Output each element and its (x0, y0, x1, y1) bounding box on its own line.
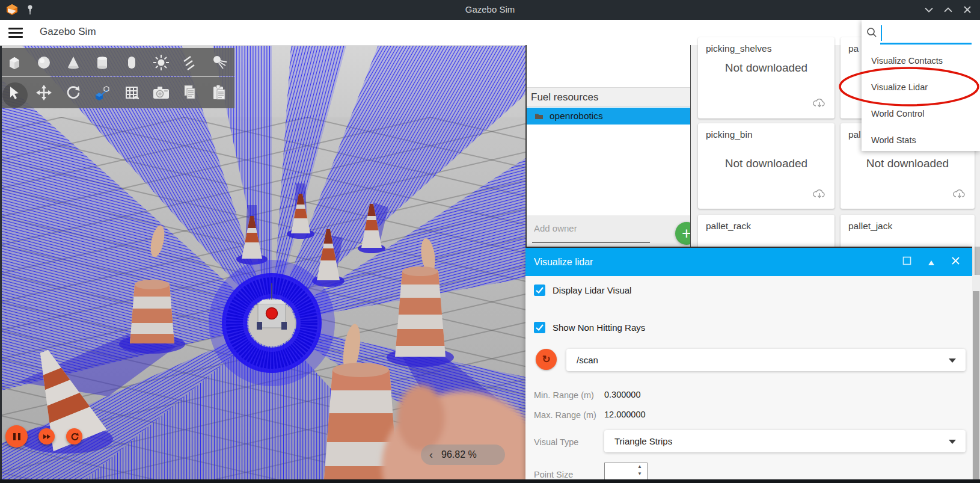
box-icon[interactable] (0, 49, 29, 76)
step-button[interactable] (38, 428, 55, 445)
visual-type-combobox[interactable]: Triangle Strips (604, 430, 966, 452)
visual-type-label: Visual Type (534, 437, 578, 447)
hamburger-menu-icon[interactable] (8, 28, 23, 38)
text-cursor (881, 25, 882, 41)
cloud-download-icon[interactable] (813, 188, 826, 201)
collapse-icon[interactable] (928, 257, 934, 268)
visualize-lidar-dialog: Visualize lidar Display Lidar Visual (525, 247, 972, 481)
display-lidar-visual-checkbox[interactable] (534, 285, 545, 296)
paste-icon[interactable] (205, 79, 234, 106)
cylinder-icon[interactable] (88, 49, 117, 76)
window-titlebar[interactable]: Gazebo Sim (0, 0, 980, 20)
dialog-scrollbar-thumb[interactable] (973, 291, 979, 479)
topic-value: /scan (577, 355, 598, 365)
point-size-label: Point Size (534, 470, 573, 479)
shape-toolbar (0, 48, 234, 76)
screenshot-camera-icon[interactable] (146, 79, 176, 106)
dialog-title: Visualize lidar (534, 257, 593, 268)
search-icon (866, 27, 877, 38)
rtf-panel[interactable]: ‹ 96.82 % (421, 445, 505, 465)
show-non-hitting-rays-checkbox[interactable] (534, 322, 545, 333)
model-card[interactable]: picking_bin Not downloaded (698, 123, 835, 209)
fuel-owner-label: openrobotics (550, 111, 603, 122)
capsule-icon[interactable] (117, 49, 147, 76)
visual-type-value: Triangle Strips (614, 436, 672, 446)
model-card-title: picking_shelves (706, 43, 771, 54)
maximize-icon[interactable] (942, 2, 955, 17)
robot (257, 300, 287, 330)
menu-item-world-stats[interactable]: World Stats (862, 127, 980, 153)
menu-item-visualize-contacts[interactable]: Visualize Contacts (862, 48, 980, 74)
sphere-icon[interactable] (29, 49, 59, 76)
fuel-resources-header: Fuel resources (527, 87, 691, 107)
fuel-owner-openrobotics[interactable]: openrobotics (527, 108, 691, 125)
model-card-status: Not downloaded (841, 155, 975, 172)
fuel-resources-panel: Fuel resources openrobotics + (525, 45, 691, 247)
window-bottom-edge (0, 479, 980, 483)
chevron-down-icon (949, 440, 956, 444)
3d-viewport[interactable]: ‹ 96.82 % (0, 45, 525, 479)
spot-light-icon[interactable] (205, 49, 234, 76)
add-owner-input[interactable] (533, 223, 643, 234)
add-owner-bar: + (527, 215, 691, 247)
cone-icon[interactable] (58, 49, 88, 76)
grid-icon[interactable] (117, 79, 147, 106)
close-dialog-icon[interactable] (951, 256, 960, 268)
add-owner-underline (532, 242, 650, 243)
spinner-down-icon[interactable]: ▼ (637, 472, 642, 476)
cloud-download-icon[interactable] (953, 188, 966, 201)
copy-icon[interactable] (176, 79, 205, 106)
rotate-icon[interactable] (58, 79, 88, 106)
menu-item-visualize-lidar[interactable]: Visualize Lidar (862, 74, 980, 100)
max-range-label: Max. Range (m) (534, 410, 596, 420)
pause-button[interactable] (5, 425, 28, 448)
model-card-title: pa (848, 43, 859, 54)
max-range-value: 12.000000 (604, 410, 646, 419)
model-card-title: pallet_rack (706, 221, 751, 232)
folder-icon (534, 112, 544, 120)
display-lidar-visual-row[interactable]: Display Lidar Visual (534, 285, 631, 296)
topic-combobox[interactable]: /scan (566, 349, 966, 371)
plugin-search-row (862, 20, 980, 45)
point-light-icon[interactable] (146, 49, 176, 76)
plugin-search-input[interactable] (880, 25, 974, 35)
model-card-title: picking_bin (706, 129, 753, 140)
snap-icon[interactable] (88, 79, 117, 106)
show-non-hitting-rays-label: Show Non Hitting Rays (553, 322, 645, 333)
expand-stats-chevron-icon[interactable]: ‹ (429, 449, 433, 461)
lidar-scene (0, 45, 525, 479)
float-window-icon[interactable] (902, 256, 911, 268)
plugin-menu-popup: Visualize Contacts Visualize Lidar World… (862, 20, 980, 151)
chevron-down-icon (949, 358, 956, 363)
menu-item-world-control[interactable]: World Control (862, 100, 980, 127)
dialog-titlebar[interactable]: Visualize lidar (525, 248, 972, 276)
model-card[interactable]: picking_shelves Not downloaded (698, 37, 835, 118)
model-card-status: Not downloaded (698, 155, 835, 172)
minimize-icon[interactable] (922, 2, 936, 17)
spinner-up-icon[interactable]: ▲ (637, 464, 642, 469)
reset-button[interactable] (66, 428, 82, 445)
refresh-topics-button[interactable]: ↻ (536, 349, 557, 370)
window-title: Gazebo Sim (0, 4, 980, 14)
model-card-title: pallet_jack (848, 221, 892, 232)
min-range-label: Min. Range (m) (534, 390, 594, 400)
min-range-value: 0.300000 (604, 390, 640, 399)
show-non-hitting-rays-row[interactable]: Show Non Hitting Rays (534, 322, 645, 333)
translate-icon[interactable] (29, 79, 59, 106)
search-underline (880, 43, 972, 45)
close-icon[interactable] (961, 2, 974, 17)
app-title: Gazebo Sim (40, 26, 96, 38)
transform-toolbar (0, 77, 234, 108)
select-arrow-icon[interactable] (0, 79, 29, 106)
rtf-value: 96.82 % (441, 449, 477, 460)
cloud-download-icon[interactable] (813, 97, 826, 110)
window-left-edge (0, 45, 2, 483)
model-card-title: pal (848, 129, 861, 140)
display-lidar-visual-label: Display Lidar Visual (553, 285, 631, 295)
dialog-scrollbar[interactable] (972, 275, 980, 479)
directional-light-icon[interactable] (176, 49, 205, 76)
gazebo-sim-window: ‹ 96.82 % Fuel resources openrobotics + … (0, 0, 980, 483)
model-card-status: Not downloaded (698, 59, 835, 76)
